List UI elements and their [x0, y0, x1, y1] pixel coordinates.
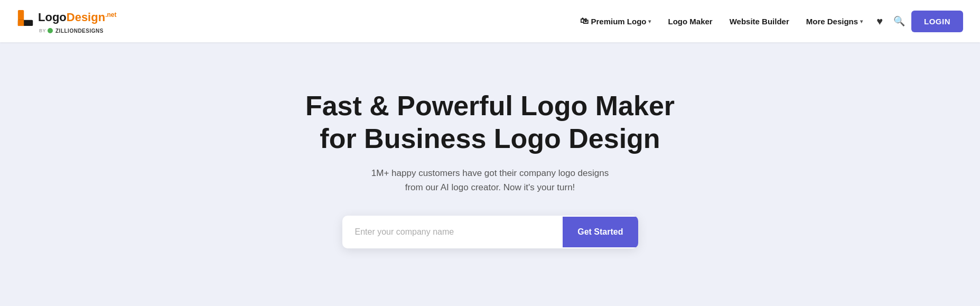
zillion-dot-icon	[48, 28, 53, 33]
hero-subtitle-line2: from our AI logo creator. Now it's your …	[405, 182, 575, 192]
svg-rect-2	[18, 20, 24, 25]
logo-word-logo: Logo	[38, 11, 67, 24]
nav-website-builder-label: Website Builder	[730, 17, 789, 26]
nav-more-designs[interactable]: More Designs ▾	[799, 13, 870, 30]
hero-title-line1: Fast & Powerful Logo Maker	[305, 90, 675, 121]
nav-website-builder[interactable]: Website Builder	[722, 13, 797, 30]
logo-icon	[17, 9, 35, 27]
logo-main[interactable]: LogoDesign.net	[17, 9, 116, 27]
logo-word-design: Design	[67, 11, 105, 24]
favorites-heart-icon[interactable]: ♥	[872, 11, 887, 32]
header: LogoDesign.net BY ZILLIONDESIGNS 🛍 Premi…	[0, 0, 980, 42]
hero-subtitle: 1M+ happy customers have got their compa…	[371, 166, 609, 194]
logo-by-zillion: BY ZILLIONDESIGNS	[39, 28, 104, 34]
get-started-button[interactable]: Get Started	[563, 217, 638, 247]
main-nav: 🛍 Premium Logo ▾ Logo Maker Website Buil…	[573, 11, 963, 32]
zillion-text: ZILLIONDESIGNS	[55, 28, 104, 34]
nav-premium-logo[interactable]: 🛍 Premium Logo ▾	[573, 12, 658, 30]
company-name-search-box: Get Started	[342, 216, 638, 248]
chevron-down-icon-2: ▾	[860, 18, 863, 24]
nav-logo-maker[interactable]: Logo Maker	[660, 13, 720, 30]
logo-area: LogoDesign.net BY ZILLIONDESIGNS	[17, 9, 116, 34]
hero-subtitle-line1: 1M+ happy customers have got their compa…	[371, 168, 609, 178]
hero-title: Fast & Powerful Logo Maker for Business …	[305, 89, 675, 155]
hero-section: Fast & Powerful Logo Maker for Business …	[0, 42, 980, 306]
hero-title-line2: for Business Logo Design	[320, 123, 660, 154]
logo-text: LogoDesign.net	[38, 11, 116, 24]
nav-more-designs-label: More Designs	[806, 17, 858, 26]
shopping-bag-icon: 🛍	[580, 16, 589, 26]
logo-net: .net	[105, 11, 116, 18]
nav-premium-logo-label: Premium Logo	[591, 17, 646, 26]
nav-logo-maker-label: Logo Maker	[668, 17, 712, 26]
login-button[interactable]: LOGIN	[911, 11, 963, 32]
search-icon[interactable]: 🔍	[889, 11, 909, 31]
chevron-down-icon: ▾	[648, 18, 651, 24]
company-name-input[interactable]	[342, 216, 563, 248]
